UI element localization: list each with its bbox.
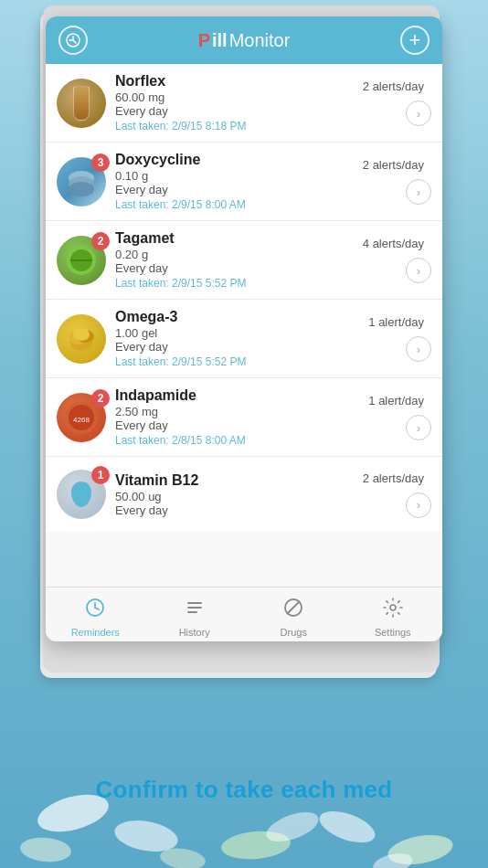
vitb12-right: 2 alerts/day › — [363, 471, 431, 518]
med-icon-vitb12: 1 — [57, 470, 106, 519]
norflex-last: Last taken: 2/9/15 8:18 PM — [115, 120, 363, 132]
omega3-chevron[interactable]: › — [406, 336, 431, 362]
med-icon-tagamet: 2 — [57, 236, 106, 285]
doxycycline-info: Doxycycline 0.10 g Every day Last taken:… — [115, 152, 363, 211]
tab-reminders-label: Reminders — [71, 627, 120, 638]
doxycycline-alerts: 2 alerts/day — [363, 158, 424, 172]
tagamet-info: Tagamet 0.20 g Every day Last taken: 2/9… — [115, 230, 363, 290]
tab-settings-label: Settings — [375, 627, 411, 638]
empty-space — [46, 532, 442, 587]
tab-drugs[interactable]: Drugs — [244, 587, 344, 641]
indapamide-dose: 2.50 mg — [115, 405, 368, 418]
drop-icon — [71, 482, 91, 507]
svg-point-25 — [390, 605, 396, 610]
doxycycline-name: Doxycycline — [115, 152, 363, 168]
tagamet-right: 4 alerts/day › — [363, 237, 431, 283]
svg-line-24 — [287, 601, 300, 614]
doxycycline-right: 2 alerts/day › — [363, 158, 431, 205]
tagamet-chevron[interactable]: › — [406, 258, 431, 283]
norflex-right: 2 alerts/day › — [363, 79, 431, 126]
vitb12-badge: 1 — [91, 466, 110, 484]
tube-icon — [73, 86, 90, 121]
title-ill: ill — [212, 30, 228, 51]
app-header: Pill Monitor + — [46, 16, 442, 64]
med-icon-doxycycline: 3 — [57, 157, 106, 206]
doxycycline-badge: 3 — [91, 153, 110, 172]
omega3-last: Last taken: 2/9/15 5:52 PM — [115, 355, 368, 368]
tab-history[interactable]: History — [145, 587, 245, 641]
promo-text-container: Confirm to take each med — [0, 776, 488, 804]
med-icon-indapamide: 4268 2 — [57, 393, 106, 442]
indapamide-badge: 2 — [91, 389, 110, 408]
tagamet-badge: 2 — [91, 232, 110, 250]
svg-line-19 — [95, 608, 99, 609]
tagamet-last: Last taken: 2/9/15 5:52 PM — [115, 277, 363, 290]
tagamet-name: Tagamet — [115, 230, 363, 247]
vitb12-freq: Every day — [115, 503, 363, 517]
svg-point-31 — [19, 836, 72, 864]
vitb12-name: Vitamin B12 — [115, 472, 363, 489]
svg-point-6 — [69, 182, 94, 196]
norflex-dose: 60.00 mg — [115, 90, 363, 104]
norflex-chevron[interactable]: › — [406, 101, 431, 126]
vitb12-info: Vitamin B12 50.00 ug Every day — [115, 472, 363, 517]
indapamide-chevron[interactable]: › — [406, 415, 431, 440]
med-item-norflex[interactable]: Norflex 60.00 mg Every day Last taken: 2… — [46, 64, 442, 143]
title-p: P — [198, 30, 210, 51]
omega3-name: Omega-3 — [115, 309, 368, 325]
gear-icon — [382, 597, 404, 624]
med-item-vitb12[interactable]: 1 Vitamin B12 50.00 ug Every day 2 alert… — [46, 457, 442, 532]
title-monitor: Monitor — [229, 30, 291, 51]
pills-bg-svg — [0, 667, 488, 868]
promo-text: Confirm to take each med — [95, 776, 392, 803]
tab-settings[interactable]: Settings — [344, 587, 443, 641]
tab-bar: Reminders History Drugs — [46, 587, 442, 641]
vitb12-dose: 50.00 ug — [115, 490, 363, 503]
omega3-dose: 1.00 gel — [115, 326, 368, 340]
plus-icon: + — [409, 30, 421, 50]
omega3-alerts: 1 alert/day — [368, 315, 424, 329]
med-item-indapamide[interactable]: 4268 2 Indapamide 2.50 mg Every day Last… — [46, 378, 442, 457]
indapamide-info: Indapamide 2.50 mg Every day Last taken:… — [115, 387, 368, 447]
svg-point-29 — [315, 805, 379, 849]
omega3-freq: Every day — [115, 340, 368, 354]
indapamide-freq: Every day — [115, 418, 368, 432]
omega3-right: 1 alert/day › — [368, 315, 431, 362]
vitb12-alerts: 2 alerts/day — [363, 471, 424, 485]
list-icon — [184, 597, 206, 624]
omega3-info: Omega-3 1.00 gel Every day Last taken: 2… — [115, 309, 368, 368]
tagamet-alerts: 4 alerts/day — [363, 237, 424, 250]
tagamet-dose: 0.20 g — [115, 248, 363, 261]
vitb12-chevron[interactable]: › — [406, 492, 431, 518]
edit-button[interactable] — [58, 26, 88, 55]
med-item-tagamet[interactable]: 2 Tagamet 0.20 g Every day Last taken: 2… — [46, 221, 442, 300]
med-icon-omega3 — [57, 314, 106, 364]
indapamide-name: Indapamide — [115, 387, 368, 404]
norflex-info: Norflex 60.00 mg Every day Last taken: 2… — [115, 73, 363, 132]
doxycycline-chevron[interactable]: › — [406, 179, 431, 205]
no-pill-icon — [282, 597, 304, 624]
tab-reminders[interactable]: Reminders — [46, 587, 145, 641]
norflex-name: Norflex — [115, 73, 363, 90]
omega3-icon — [57, 314, 106, 364]
medication-list: Norflex 60.00 mg Every day Last taken: 2… — [46, 64, 442, 587]
doxycycline-last: Last taken: 2/9/15 8:00 AM — [115, 198, 363, 211]
add-button[interactable]: + — [400, 26, 430, 55]
norflex-alerts: 2 alerts/day — [363, 79, 424, 93]
phone-card: Pill Monitor + Norflex 60.00 mg Every da… — [46, 16, 442, 641]
med-item-doxycycline[interactable]: 3 Doxycycline 0.10 g Every day Last take… — [46, 143, 442, 221]
bottom-area: Confirm to take each med — [0, 667, 488, 868]
doxycycline-dose: 0.10 g — [115, 169, 363, 183]
tab-drugs-label: Drugs — [281, 627, 307, 638]
med-icon-norflex — [57, 79, 106, 128]
indapamide-last: Last taken: 2/8/15 8:00 AM — [115, 434, 368, 447]
tagamet-freq: Every day — [115, 261, 363, 275]
svg-point-13 — [73, 328, 90, 341]
tab-history-label: History — [179, 627, 210, 638]
med-item-omega3[interactable]: Omega-3 1.00 gel Every day Last taken: 2… — [46, 300, 442, 378]
indapamide-alerts: 1 alert/day — [368, 394, 424, 408]
norflex-icon — [57, 79, 106, 128]
svg-text:4268: 4268 — [73, 416, 90, 424]
doxycycline-freq: Every day — [115, 183, 363, 196]
app-title: Pill Monitor — [198, 30, 291, 51]
